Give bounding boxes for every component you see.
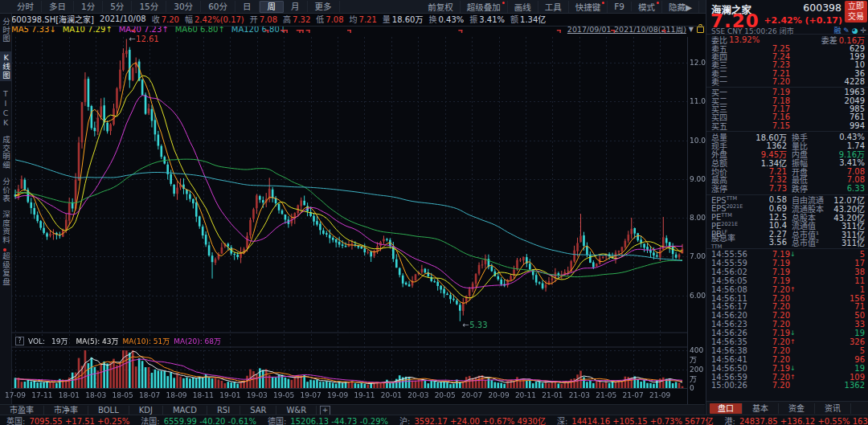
sidebar-item-分时图[interactable]: 分时图 [0,18,11,43]
period-tab-1分[interactable]: 1分 [74,1,103,12]
tick-price: 7.19 [751,329,790,337]
time-tick-label: 17-11 [31,391,52,399]
chart-area: 6.007.008.009.0010.0011.0012.00400万200万0… [11,26,705,405]
period-tab-日[interactable]: 日 [235,1,260,12]
period-tab-更多[interactable]: 更多 [308,1,340,12]
stat-label: 涨停 [711,182,739,194]
toolbar-action[interactable]: 前复权 [421,1,461,13]
valuation-sup: TTM [721,212,731,219]
time-tick-label: 18-09 [166,391,186,399]
period-tab-30分[interactable]: 30分 [166,1,201,12]
tick-arrow-icon: ↓ [790,365,798,372]
toolbar-action[interactable]: 超级叠加 [461,1,508,13]
tick-row: 14:56:057.1911 [706,276,868,285]
tick-time: 14:56:26 [711,329,751,337]
index-pct: +0.67% [482,417,517,425]
tick-price: 7.20 [751,294,790,303]
indicator-tab-KDJ[interactable]: KDJ [129,406,163,415]
margin-badge[interactable]: 融 [833,27,841,35]
indicator-tab-RSI[interactable]: RSI [207,406,240,415]
quote-tab-盘口[interactable]: 盘口 [710,403,743,414]
period-tab-15分[interactable]: 15分 [132,1,166,12]
tick-price: 7.20 [751,311,790,320]
info-pair-label: 额 [510,15,518,24]
info-pair: 高7.32 [283,13,310,25]
sidebar-item-K线图[interactable]: K线图 [0,51,11,81]
quote-tab-资金[interactable]: 资金 [779,403,815,414]
period-tab-周[interactable]: 周 [260,1,285,13]
tick-price: 7.19 [751,276,790,285]
tick-row: 14:56:087.20↑1 [706,285,868,294]
indicator-tab-MACD[interactable]: MACD [163,406,207,415]
period-tab-60分[interactable]: 60分 [201,1,235,12]
indicator-tab-SAR[interactable]: SAR [240,406,276,415]
period-tab-5分[interactable]: 5分 [103,1,132,12]
quote-tab-基本[interactable]: 基本 [743,403,779,414]
toolbar-action[interactable]: 隐藏▶ [662,1,699,13]
help-icon[interactable]: ? [15,337,24,345]
dot-icon[interactable]: ◕ [852,27,858,35]
toolbar-action[interactable]: 模式 [632,1,662,13]
stats-grid: 总量18.60万换手0.43%现手1362量比1.74外盘9.45万内盘9.16… [706,131,868,192]
indicator-tab-市盈率[interactable]: 市盈率 [0,406,44,415]
tick-time: 14:56:05 [711,276,751,285]
quote-header: 海澜之家 600398 立即交易 7.20 +2.42% (+0.17) SSE… [706,0,868,35]
valuation-sup: TTM [727,195,737,202]
period-tab-月[interactable]: 月 [284,1,308,12]
indicator-tab-市净率[interactable]: 市净率 [44,406,88,415]
time-tick-label: 21-07 [623,391,644,399]
tick-price: 7.20 [751,355,790,364]
index-label: 法国: [141,417,159,425]
add-icon[interactable]: ✛ [860,27,866,35]
ask-row[interactable]: 卖一7.204228 [706,77,868,85]
indicator-tab-W&R[interactable]: W&R [276,406,317,415]
index-label: 英国: [6,417,25,425]
index-label: 深: [557,417,567,425]
sidebar-item-分价表[interactable]: 分价表 [0,178,11,203]
time-tick-label: 17-09 [5,391,26,399]
index-value: 24837.85 [739,417,780,425]
index-value: 14414.16 [571,417,612,425]
time-tick-label: 19-03 [247,391,268,399]
tick-price: 7.20 [751,381,790,390]
vol-label: VOL: 19万 [28,336,72,346]
tick-arrow-icon: ↑ [790,338,798,345]
quote-tab-资讯[interactable]: 资讯 [815,403,851,414]
valuation-sup: 2021E [721,221,738,227]
red-dot-icon [602,2,604,4]
period-tab-多日[interactable]: 多日 [42,1,74,12]
stat-value: 7.08 [819,175,865,184]
index-label: 港: [725,417,735,425]
tick-price: 7.20 [751,320,790,329]
book-price: 7.24 [737,52,790,61]
book-price: 7.25 [737,44,790,53]
edit-icon[interactable]: ✎ [843,27,850,35]
toolbar-action[interactable]: F9 [608,2,632,11]
bid-row[interactable]: 买五7.15994 [706,121,868,129]
period-tab-分时[interactable]: 分时 [10,1,42,12]
sidebar-item-超级复盘[interactable]: 超级复盘 [0,252,11,286]
sidebar-item-深度资料[interactable]: 深度资料 [0,210,11,244]
tick-price: 7.20 [751,337,790,346]
candlestick-canvas[interactable] [11,27,705,405]
valuation-value: 311亿 [832,236,865,248]
valuation-label: 总市值² [792,236,832,248]
toolbar-action[interactable]: 画线 [508,1,538,13]
trade-now-button[interactable]: 立即交易 [845,1,867,22]
info-pair: 额1.34亿 [510,13,546,25]
index-quote: 港:24837.85 +136.12 +0.55% 1634亿 [725,415,868,425]
volume-tick-label: 400万 [690,346,705,365]
volume-ma-item: MA(20): 68万 [174,337,221,345]
toolbar-action[interactable]: 工具 [538,1,569,13]
sidebar-item-TICK[interactable]: TICK [2,89,10,128]
index-quote: 沪:3592.17 +24.00 +0.67% 4930亿 [399,415,546,425]
index-value: 15206.13 [290,417,331,425]
book-volume: 4228 [790,77,865,86]
toolbar-action[interactable]: 快捷键 [569,1,608,13]
stat-value: 7.08 [819,167,865,176]
tick-time: 14:56:50 [711,364,751,373]
tick-time: 14:56:17 [711,302,751,311]
index-quote: 法国:6559.99 -40.20 -0.61% [141,415,256,425]
sidebar-item-成交明细[interactable]: 成交明细 [0,136,11,170]
indicator-tab-BOLL[interactable]: BOLL [88,406,129,415]
